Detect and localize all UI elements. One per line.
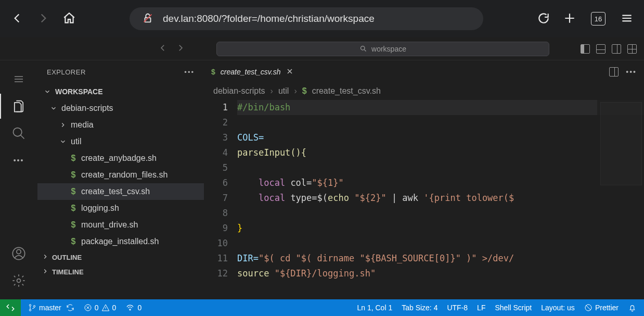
tab-close-button[interactable] bbox=[286, 67, 294, 77]
more-activity[interactable]: ••• bbox=[6, 148, 31, 173]
browser-menu-button[interactable] bbox=[620, 11, 634, 27]
editor-group: $ create_test_csv.sh ••• debian-scripts›… bbox=[204, 60, 644, 299]
remote-button[interactable] bbox=[0, 299, 21, 316]
cursor-position-status[interactable]: Ln 1, Col 1 bbox=[357, 304, 392, 312]
notifications-button[interactable] bbox=[628, 304, 637, 312]
indentation-status[interactable]: Tab Size: 4 bbox=[402, 304, 437, 312]
file-create_anybadge[interactable]: $create_anybadge.sh bbox=[37, 150, 204, 167]
command-center-bar: workspace bbox=[0, 37, 644, 60]
file-package_installed[interactable]: $package_installed.sh bbox=[37, 233, 204, 250]
outline-section[interactable]: OUTLINE bbox=[37, 250, 204, 264]
sidebar-more-button[interactable]: ••• bbox=[184, 68, 195, 76]
code-editor[interactable]: 1 2 3 4 5 6 7 8 9 10 11 12 #/bin/bash CO… bbox=[204, 99, 644, 299]
file-create_random_files[interactable]: $create_random_files.sh bbox=[37, 167, 204, 183]
eol-status[interactable]: LF bbox=[477, 304, 485, 312]
tab-create_test_csv[interactable]: $ create_test_csv.sh bbox=[204, 60, 301, 83]
command-center-text: workspace bbox=[371, 45, 406, 53]
language-status[interactable]: Shell Script bbox=[495, 304, 532, 312]
shell-file-icon: $ bbox=[211, 68, 215, 76]
git-branch-status[interactable]: master bbox=[28, 304, 74, 312]
search-activity[interactable] bbox=[6, 121, 31, 146]
toggle-sidebar-icon[interactable] bbox=[581, 44, 590, 54]
nav-forward-button[interactable] bbox=[176, 43, 185, 54]
command-center-search[interactable]: workspace bbox=[216, 42, 549, 56]
keyboard-layout-status[interactable]: Layout: us bbox=[541, 304, 575, 312]
account-activity[interactable] bbox=[6, 241, 31, 266]
explorer-sidebar: EXPLORER ••• WORKSPACE debian-scripts me… bbox=[37, 60, 204, 299]
browser-forward-button[interactable] bbox=[36, 11, 50, 27]
split-editor-button[interactable] bbox=[609, 67, 619, 77]
svg-point-6 bbox=[17, 279, 21, 283]
svg-point-3 bbox=[14, 128, 22, 136]
toggle-panel-icon[interactable] bbox=[596, 44, 606, 54]
problems-status[interactable]: 0 0 bbox=[84, 304, 117, 312]
browser-new-tab-button[interactable] bbox=[563, 11, 576, 27]
svg-point-7 bbox=[29, 305, 31, 306]
folder-media[interactable]: media bbox=[37, 117, 204, 133]
toggle-secondary-sidebar-icon[interactable] bbox=[612, 44, 621, 54]
insecure-lock-icon bbox=[142, 12, 153, 26]
browser-home-button[interactable] bbox=[62, 11, 76, 27]
browser-reload-button[interactable] bbox=[537, 11, 550, 27]
ports-status[interactable]: 0 bbox=[125, 303, 141, 312]
status-bar: master 0 0 0 Ln 1, Col 1 Tab Size: 4 UTF… bbox=[0, 299, 644, 316]
sidebar-title: EXPLORER bbox=[47, 68, 86, 76]
svg-point-9 bbox=[33, 306, 35, 307]
browser-toolbar: dev.lan:8080/?folder=/home/christian/wor… bbox=[0, 0, 644, 37]
nav-back-button[interactable] bbox=[158, 43, 168, 54]
prettier-status[interactable]: Prettier bbox=[584, 304, 619, 312]
svg-point-5 bbox=[17, 249, 21, 254]
menu-toggle-button[interactable] bbox=[6, 67, 31, 92]
minimap[interactable] bbox=[597, 99, 644, 299]
explorer-activity[interactable] bbox=[6, 94, 31, 119]
file-logging[interactable]: $logging.sh bbox=[37, 200, 204, 217]
folder-debian-scripts[interactable]: debian-scripts bbox=[37, 100, 204, 117]
customize-layout-icon[interactable] bbox=[627, 44, 637, 54]
encoding-status[interactable]: UTF-8 bbox=[447, 304, 468, 312]
svg-point-8 bbox=[29, 309, 31, 311]
svg-point-2 bbox=[361, 46, 365, 50]
settings-activity[interactable] bbox=[6, 268, 31, 293]
activity-bar: ••• bbox=[0, 60, 37, 299]
breadcrumb[interactable]: debian-scripts› util› $ create_test_csv.… bbox=[204, 83, 644, 99]
browser-back-button[interactable] bbox=[10, 11, 24, 27]
file-mount_drive[interactable]: $mount_drive.sh bbox=[37, 217, 204, 233]
svg-point-11 bbox=[130, 309, 131, 310]
folder-util[interactable]: util bbox=[37, 133, 204, 150]
address-bar[interactable]: dev.lan:8080/?folder=/home/christian/wor… bbox=[130, 7, 483, 30]
workspace-header[interactable]: WORKSPACE bbox=[37, 83, 204, 100]
line-gutter: 1 2 3 4 5 6 7 8 9 10 11 12 bbox=[204, 99, 237, 299]
shell-file-icon: $ bbox=[302, 86, 307, 96]
tab-bar: $ create_test_csv.sh ••• bbox=[204, 60, 644, 83]
editor-more-button[interactable]: ••• bbox=[626, 68, 637, 76]
code-content[interactable]: #/bin/bash COLS= parseInput(){ local col… bbox=[237, 99, 644, 299]
browser-tab-count[interactable]: 16 bbox=[591, 12, 606, 26]
url-text: dev.lan:8080/?folder=/home/christian/wor… bbox=[163, 13, 375, 24]
timeline-section[interactable]: TIMELINE bbox=[37, 264, 204, 279]
file-create_test_csv[interactable]: $create_test_csv.sh bbox=[37, 183, 204, 200]
